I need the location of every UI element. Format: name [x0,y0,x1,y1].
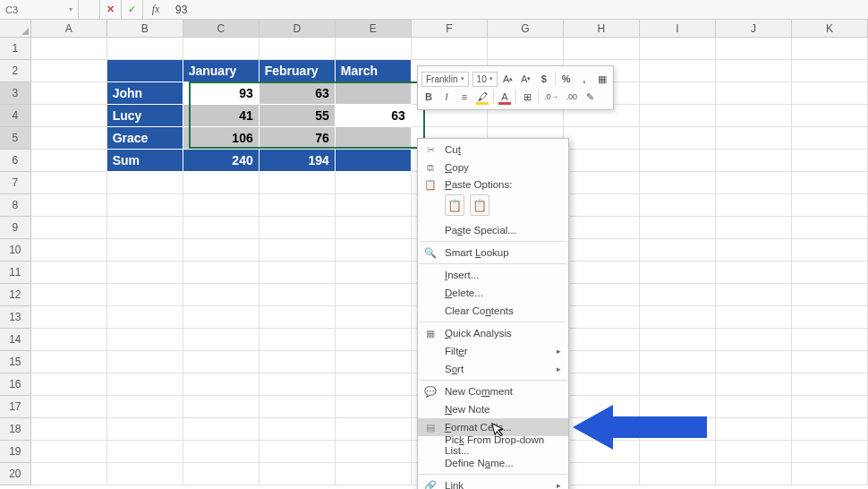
row-header-12[interactable]: 12 [0,284,31,306]
cell-E14[interactable] [336,329,412,351]
cell-K7[interactable] [792,172,868,194]
cell-E15[interactable] [336,351,412,373]
cell-K16[interactable] [792,373,868,396]
cell-H10[interactable] [564,239,640,262]
column-header-C[interactable]: C [183,20,260,37]
format-painter-icon[interactable]: ✎ [583,90,597,104]
row-header-11[interactable]: 11 [0,262,31,284]
row-header-3[interactable]: 3 [0,82,31,105]
cell-K5[interactable] [792,127,868,150]
cell-A13[interactable] [31,306,107,329]
cell-I8[interactable] [640,194,716,217]
cell-J20[interactable] [716,463,792,485]
menu-item-delete[interactable]: Delete... [418,284,568,302]
cell-K12[interactable] [792,284,868,306]
cell-E13[interactable] [336,306,412,329]
cell-C9[interactable] [183,217,260,239]
cell-C4[interactable]: 41 [183,105,260,127]
cell-C17[interactable] [183,396,260,418]
cell-C10[interactable] [183,239,260,262]
cell-B4[interactable]: Lucy [107,105,183,127]
cell-H8[interactable] [564,194,640,217]
cell-C11[interactable] [183,262,260,284]
column-header-G[interactable]: G [488,20,564,37]
decrease-font-icon[interactable]: A▾ [519,72,533,86]
cell-C20[interactable] [183,463,260,485]
cell-C6[interactable]: 240 [183,150,260,172]
cell-C18[interactable] [183,418,260,441]
column-header-B[interactable]: B [107,20,183,37]
cell-K11[interactable] [792,262,868,284]
row-header-4[interactable]: 4 [0,105,31,127]
cell-A17[interactable] [31,396,107,418]
cell-B3[interactable]: John [107,82,183,105]
menu-item-format-cells[interactable]: ▤Format Cells... [418,418,568,436]
cell-E20[interactable] [336,463,412,485]
cancel-formula-icon[interactable]: ✕ [100,0,122,19]
cell-E16[interactable] [336,373,412,396]
cell-B10[interactable] [107,239,183,262]
cell-K18[interactable] [792,418,868,441]
cell-K6[interactable] [792,150,868,172]
row-header-13[interactable]: 13 [0,306,31,329]
cell-E18[interactable] [336,418,412,441]
name-box-dropdown-icon[interactable]: ▾ [69,5,72,13]
column-header-J[interactable]: J [716,20,792,37]
row-header-15[interactable]: 15 [0,351,31,373]
cell-C2[interactable]: January [183,60,260,82]
cell-I9[interactable] [640,217,716,239]
cell-D19[interactable] [260,441,336,463]
cell-A10[interactable] [31,239,107,262]
cell-J4[interactable] [716,105,792,127]
cell-H20[interactable] [564,463,640,485]
cell-J10[interactable] [716,239,792,262]
row-header-7[interactable]: 7 [0,172,31,194]
menu-item-filter[interactable]: Filter▸ [418,342,568,360]
cell-B20[interactable] [107,463,183,485]
cell-A14[interactable] [31,329,107,351]
cell-I12[interactable] [640,284,716,306]
cell-E3[interactable] [336,82,412,105]
cell-H6[interactable] [564,150,640,172]
menu-item-define-name[interactable]: Define Name... [418,454,568,472]
cell-A6[interactable] [31,150,107,172]
menu-item-paste-special[interactable]: Paste Special... [418,221,568,239]
cell-D11[interactable] [260,262,336,284]
cell-D7[interactable] [260,172,336,194]
row-header-6[interactable]: 6 [0,150,31,172]
select-all-corner[interactable] [0,20,31,37]
cell-C5[interactable]: 106 [183,127,260,150]
cell-A5[interactable] [31,127,107,150]
cell-C7[interactable] [183,172,260,194]
cell-K8[interactable] [792,194,868,217]
name-box[interactable]: C3 ▾ [0,0,79,19]
cell-D3[interactable]: 63 [260,82,336,105]
column-header-I[interactable]: I [640,20,716,37]
comma-icon[interactable]: ‚ [577,72,591,86]
cell-C12[interactable] [183,284,260,306]
cell-E5[interactable] [336,127,412,150]
cell-J17[interactable] [716,396,792,418]
cell-A20[interactable] [31,463,107,485]
cell-I10[interactable] [640,239,716,262]
cell-A4[interactable] [31,105,107,127]
cell-B1[interactable] [107,38,183,60]
cell-J3[interactable] [716,82,792,105]
cell-K9[interactable] [792,217,868,239]
cell-D14[interactable] [260,329,336,351]
cell-I15[interactable] [640,351,716,373]
cell-A1[interactable] [31,38,107,60]
cell-E9[interactable] [336,217,412,239]
cell-I11[interactable] [640,262,716,284]
cell-F1[interactable] [412,38,488,60]
cell-B9[interactable] [107,217,183,239]
cell-B11[interactable] [107,262,183,284]
cell-C15[interactable] [183,351,260,373]
cell-B13[interactable] [107,306,183,329]
cell-I5[interactable] [640,127,716,150]
percent-icon[interactable]: % [559,72,574,86]
cell-J9[interactable] [716,217,792,239]
cell-B19[interactable] [107,441,183,463]
row-header-20[interactable]: 20 [0,463,31,485]
row-header-1[interactable]: 1 [0,38,31,60]
